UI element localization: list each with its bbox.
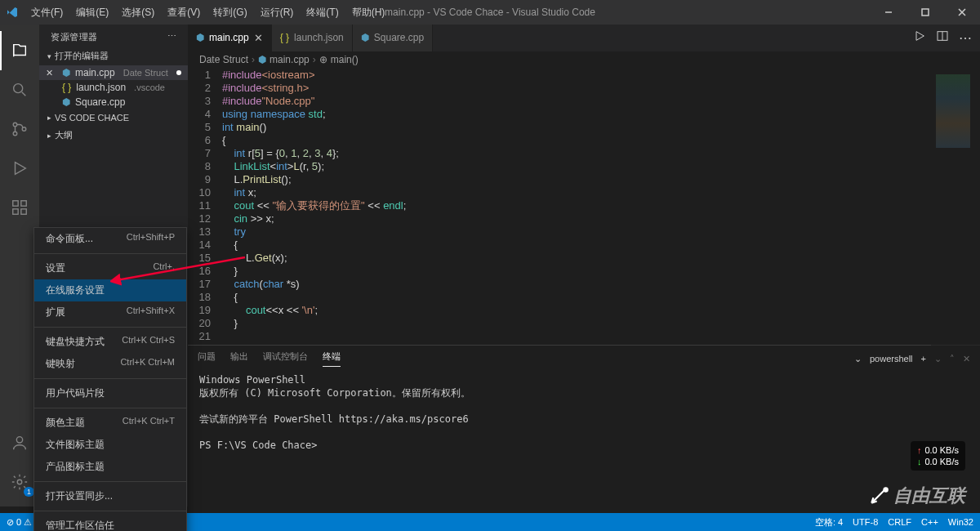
svg-rect-8	[21, 209, 26, 214]
run-icon[interactable]	[913, 29, 926, 46]
panel-tab[interactable]: 终端	[323, 350, 341, 367]
terminal-body[interactable]: Windows PowerShell 版权所有 (C) Microsoft Co…	[188, 367, 980, 458]
close-icon[interactable]: ✕	[46, 68, 53, 78]
split-editor-icon[interactable]	[936, 29, 949, 46]
status-item[interactable]: 空格: 4	[815, 516, 843, 529]
json-file-icon: { }	[62, 82, 71, 93]
menu-item[interactable]: 编辑(E)	[69, 0, 115, 25]
breadcrumb-segment[interactable]: Date Struct	[199, 54, 248, 65]
terminal-kind-label[interactable]: powershell	[870, 354, 913, 364]
line-gutter: 1234567891011121314151617181920212223242…	[188, 69, 222, 346]
outline-section[interactable]: 大纲	[39, 126, 188, 145]
menu-item[interactable]: 转到(G)	[207, 0, 253, 25]
terminal-kind-icon[interactable]: ⌄	[854, 354, 862, 364]
modified-dot-icon	[176, 70, 181, 75]
svg-point-10	[17, 480, 22, 484]
context-menu-item[interactable]: 键盘快捷方式Ctrl+K Ctrl+S	[34, 331, 186, 353]
cpp-file-icon: ⬢	[62, 96, 70, 108]
status-item[interactable]: CRLF	[888, 516, 911, 529]
svg-rect-5	[13, 201, 18, 206]
svg-point-3	[13, 132, 17, 136]
close-tab-icon[interactable]: ✕	[254, 32, 263, 44]
more-icon[interactable]: ⋯	[167, 31, 177, 43]
context-menu-item[interactable]: 用户代码片段	[34, 382, 186, 404]
open-editor-item[interactable]: { }launch.json.vscode	[39, 80, 188, 95]
explorer-icon[interactable]	[0, 31, 39, 70]
open-editor-item[interactable]: ✕⬢main.cppDate Struct	[39, 65, 188, 80]
editor-tab[interactable]: { }launch.json	[272, 25, 353, 51]
svg-rect-7	[13, 209, 18, 214]
svg-point-1	[14, 84, 23, 93]
panel: 问题输出调试控制台终端 ⌄ powershell + ⌄ ˄ ✕ Windows…	[188, 345, 980, 506]
context-menu-item[interactable]: 文件图标主题	[34, 434, 186, 456]
cpp-file-icon: ⬢	[361, 32, 369, 43]
menu-item[interactable]: 终端(T)	[300, 0, 345, 25]
status-item[interactable]: UTF-8	[853, 516, 878, 529]
context-menu-item[interactable]: 扩展Ctrl+Shift+X	[34, 301, 186, 324]
upload-icon: ↑	[917, 444, 922, 456]
context-menu-item[interactable]: 打开设置同步...	[34, 485, 186, 507]
editor-tabs: ⬢main.cpp✕{ }launch.json⬢Square.cpp ⋯	[188, 25, 980, 51]
context-menu-item[interactable]: 设置Ctrl+,	[34, 257, 186, 279]
context-menu-item[interactable]: 命令面板...Ctrl+Shift+P	[34, 228, 186, 250]
svg-point-2	[13, 123, 17, 127]
settings-context-menu: 命令面板...Ctrl+Shift+P设置Ctrl+,在线服务设置扩展Ctrl+…	[33, 227, 187, 531]
maximize-button[interactable]	[906, 0, 943, 25]
title-bar: 文件(F)编辑(E)选择(S)查看(V)转到(G)运行(R)终端(T)帮助(H)…	[0, 0, 980, 25]
status-item[interactable]: Win32	[948, 516, 973, 529]
editor-area: ⬢main.cpp✕{ }launch.json⬢Square.cpp ⋯ Da…	[188, 25, 980, 506]
run-debug-icon[interactable]	[0, 149, 39, 188]
minimize-button[interactable]	[870, 0, 906, 25]
network-monitor: ↑0.0 KB/s ↓0.0 KB/s	[911, 441, 965, 471]
cpp-file-icon: ⬢	[196, 32, 204, 43]
menu-bar: 文件(F)编辑(E)选择(S)查看(V)转到(G)运行(R)终端(T)帮助(H)	[24, 0, 391, 25]
minimap[interactable]	[931, 71, 980, 365]
menu-item[interactable]: 文件(F)	[24, 0, 69, 25]
svg-rect-6	[21, 201, 26, 206]
window-title: main.cpp - VS Code Chace - Visual Studio…	[385, 7, 595, 18]
extensions-icon[interactable]	[0, 188, 39, 227]
svg-point-12	[883, 487, 889, 493]
editor-tab[interactable]: ⬢main.cpp✕	[188, 25, 272, 51]
context-menu-item[interactable]: 键映射Ctrl+K Ctrl+M	[34, 353, 186, 375]
open-editor-item[interactable]: ⬢Square.cpp	[39, 95, 188, 109]
context-menu-item[interactable]: 产品图标主题	[34, 456, 186, 478]
menu-item[interactable]: 查看(V)	[161, 0, 207, 25]
svg-point-4	[22, 127, 26, 132]
context-menu-item[interactable]: 管理工作区信任	[34, 515, 186, 531]
context-menu-item[interactable]: 在线服务设置	[34, 279, 186, 301]
more-actions-icon[interactable]: ⋯	[959, 30, 972, 46]
open-editors-section[interactable]: 打开的编辑器	[39, 47, 188, 65]
panel-tab[interactable]: 输出	[230, 350, 248, 367]
code-editor[interactable]: #include<iostream>#include<string.h>#inc…	[222, 69, 980, 346]
status-item[interactable]: C++	[921, 516, 938, 529]
context-menu-item[interactable]: 颜色主题Ctrl+K Ctrl+T	[34, 412, 186, 434]
vscode-icon	[0, 6, 24, 19]
sidebar-title: 资源管理器	[51, 31, 98, 43]
workspace-section[interactable]: VS CODE CHACE	[39, 109, 188, 126]
new-terminal-icon[interactable]: +	[921, 354, 926, 364]
source-control-icon[interactable]	[0, 109, 39, 149]
editor-tab[interactable]: ⬢Square.cpp	[353, 25, 433, 51]
svg-rect-0	[922, 9, 929, 16]
breadcrumb-segment[interactable]: main.cpp	[270, 54, 310, 65]
cpp-file-icon: ⬢	[62, 67, 70, 78]
watermark: 自由互联	[869, 484, 965, 508]
menu-item[interactable]: 选择(S)	[115, 0, 161, 25]
search-icon[interactable]	[0, 70, 39, 109]
breadcrumb[interactable]: Date Struct›⬢main.cpp›⊕main()	[188, 51, 980, 69]
download-icon: ↓	[917, 456, 922, 467]
panel-tab[interactable]: 调试控制台	[263, 350, 308, 367]
close-button[interactable]	[943, 0, 980, 25]
breadcrumb-segment[interactable]: main()	[331, 54, 359, 65]
json-file-icon: { }	[280, 32, 289, 43]
panel-tab[interactable]: 问题	[198, 350, 216, 367]
menu-item[interactable]: 运行(R)	[254, 0, 301, 25]
svg-point-9	[16, 437, 22, 443]
